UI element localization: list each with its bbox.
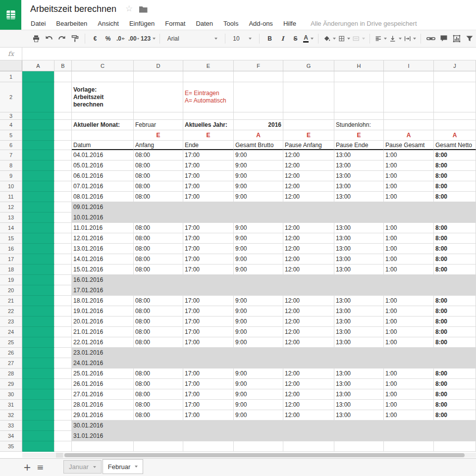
cell-B20[interactable] (54, 285, 72, 296)
cell-F12[interactable] (234, 202, 283, 212)
cell-F5[interactable]: A (234, 130, 283, 141)
cell-H34[interactable] (334, 431, 384, 441)
cell-J24[interactable]: 8:00 (434, 327, 476, 337)
cell-D8[interactable]: 08:00 (134, 160, 183, 171)
cell-C2[interactable]: Vorlage: Arbeitszeit berechnen (72, 82, 134, 112)
cell-F27[interactable] (234, 358, 283, 369)
column-header-E[interactable]: E (183, 60, 234, 71)
cell-D21[interactable]: 08:00 (134, 296, 183, 306)
cell-I31[interactable]: 1:00 (384, 400, 434, 410)
cell-I23[interactable]: 1:00 (384, 317, 434, 327)
cell-E6[interactable]: Ende (183, 141, 234, 150)
currency-format-button[interactable]: € (90, 33, 101, 45)
cell-E28[interactable]: 17:00 (183, 369, 234, 379)
cell-B32[interactable] (54, 410, 72, 421)
cell-C35[interactable] (72, 441, 134, 452)
folder-icon[interactable] (139, 6, 148, 13)
redo-button[interactable] (56, 33, 67, 45)
cell-A21[interactable] (22, 296, 54, 306)
row-header-3[interactable]: 3 (0, 112, 22, 120)
cell-D1[interactable] (134, 71, 183, 82)
cell-H13[interactable] (334, 212, 384, 223)
cell-D29[interactable]: 08:00 (134, 379, 183, 389)
cell-A33[interactable] (22, 421, 54, 431)
cell-E3[interactable] (183, 112, 234, 120)
percent-format-button[interactable]: % (103, 33, 113, 45)
cell-E19[interactable] (183, 275, 234, 285)
cell-F10[interactable]: 9:00 (234, 181, 283, 192)
cell-C9[interactable]: 06.01.2016 (72, 171, 134, 181)
add-sheet-button[interactable]: + (21, 461, 34, 473)
cell-B14[interactable] (54, 223, 72, 233)
cell-B27[interactable] (54, 358, 72, 369)
row-header-26[interactable]: 26 (0, 348, 22, 358)
cell-G23[interactable]: 12:00 (283, 317, 334, 327)
cell-I27[interactable] (384, 358, 434, 369)
cell-E27[interactable] (183, 358, 234, 369)
cell-H2[interactable] (334, 82, 384, 112)
cell-H1[interactable] (334, 71, 384, 82)
cell-G3[interactable] (283, 112, 334, 120)
cell-F3[interactable] (234, 112, 283, 120)
cell-E18[interactable]: 17:00 (183, 264, 234, 275)
cell-D35[interactable] (134, 441, 183, 452)
cell-J29[interactable]: 8:00 (434, 379, 476, 389)
cell-D16[interactable]: 08:00 (134, 244, 183, 254)
cell-C34[interactable]: 31.01.2016 (72, 431, 134, 441)
cell-E24[interactable]: 17:00 (183, 327, 234, 337)
cell-J11[interactable]: 8:00 (434, 192, 476, 202)
cell-C33[interactable]: 30.01.2016 (72, 421, 134, 431)
cell-H25[interactable]: 13:00 (334, 337, 384, 348)
cell-G22[interactable]: 12:00 (283, 306, 334, 317)
cell-B8[interactable] (54, 160, 72, 171)
cell-F16[interactable]: 9:00 (234, 244, 283, 254)
cell-J28[interactable]: 8:00 (434, 369, 476, 379)
cell-B13[interactable] (54, 212, 72, 223)
cell-J35[interactable] (434, 441, 476, 452)
cell-I9[interactable]: 1:00 (384, 171, 434, 181)
cell-B35[interactable] (54, 441, 72, 452)
column-header-F[interactable]: F (234, 60, 283, 71)
cell-I10[interactable]: 1:00 (384, 181, 434, 192)
cell-A30[interactable] (22, 389, 54, 400)
cell-F25[interactable]: 9:00 (234, 337, 283, 348)
cell-I12[interactable] (384, 202, 434, 212)
font-size-select[interactable]: 10 (230, 33, 255, 45)
cell-I6[interactable]: Pause Gesamt (384, 141, 434, 150)
cell-B34[interactable] (54, 431, 72, 441)
cell-A32[interactable] (22, 410, 54, 421)
cell-J30[interactable]: 8:00 (434, 389, 476, 400)
cell-C11[interactable]: 08.01.2016 (72, 192, 134, 202)
row-header-19[interactable]: 19 (0, 275, 22, 285)
row-header-10[interactable]: 10 (0, 181, 22, 192)
cell-F15[interactable]: 9:00 (234, 233, 283, 244)
row-header-20[interactable]: 20 (0, 285, 22, 296)
cell-I35[interactable] (384, 441, 434, 452)
cell-C6[interactable]: Datum (72, 141, 134, 150)
cell-I21[interactable]: 1:00 (384, 296, 434, 306)
cell-D2[interactable] (134, 82, 183, 112)
cell-D7[interactable]: 08:00 (134, 150, 183, 160)
row-header-4[interactable]: 4 (0, 120, 22, 130)
cell-I1[interactable] (384, 71, 434, 82)
cell-I13[interactable] (384, 212, 434, 223)
cell-H6[interactable]: Pause Ende (334, 141, 384, 150)
cell-B7[interactable] (54, 150, 72, 160)
column-header-J[interactable]: J (434, 60, 476, 71)
cell-F20[interactable] (234, 285, 283, 296)
cell-J20[interactable] (434, 285, 476, 296)
cell-F34[interactable] (234, 431, 283, 441)
cell-G2[interactable] (283, 82, 334, 112)
cell-H4[interactable]: Stundenlohn: (334, 120, 384, 130)
cell-H29[interactable]: 13:00 (334, 379, 384, 389)
menu-hilfe[interactable]: Hilfe (283, 20, 296, 27)
strikethrough-button[interactable]: S (290, 33, 301, 45)
row-header-6[interactable]: 6 (0, 141, 22, 150)
cell-I28[interactable]: 1:00 (384, 369, 434, 379)
cell-E30[interactable]: 17:00 (183, 389, 234, 400)
cell-F21[interactable]: 9:00 (234, 296, 283, 306)
row-header-30[interactable]: 30 (0, 389, 22, 400)
cell-F32[interactable]: 9:00 (234, 410, 283, 421)
cell-G33[interactable] (283, 421, 334, 431)
font-select[interactable]: Arial (164, 33, 221, 45)
